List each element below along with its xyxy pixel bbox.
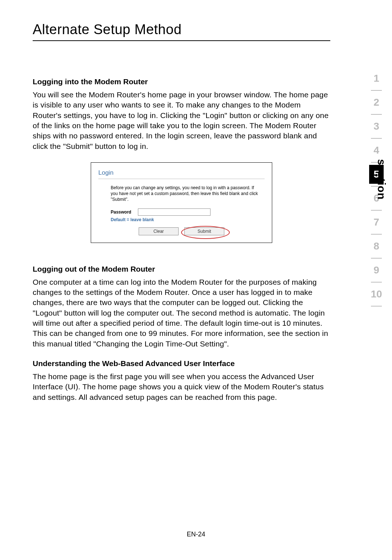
section-tab-4[interactable]: 4 <box>369 141 384 160</box>
paragraph-ui: The home page is the first page you will… <box>33 372 330 402</box>
page-number: EN-24 <box>0 531 392 538</box>
tab-separator <box>371 138 382 139</box>
password-input[interactable] <box>138 208 211 216</box>
page-title: Alternate Setup Method <box>33 22 359 40</box>
paragraph-logout: One computer at a time can log into the … <box>33 277 330 349</box>
section-tab-7[interactable]: 7 <box>369 213 384 232</box>
login-panel-title: Login <box>98 169 265 176</box>
login-panel-rule <box>98 179 265 179</box>
section-vertical-label: section <box>375 159 388 200</box>
heading-login: Logging into the Modem Router <box>33 77 330 86</box>
section-tab-9[interactable]: 9 <box>369 261 384 280</box>
login-screenshot: Login Before you can change any settings… <box>91 162 272 243</box>
content-column: Logging into the Modem Router You will s… <box>33 77 330 402</box>
section-tab-1[interactable]: 1 <box>369 69 384 88</box>
title-rule <box>33 40 330 41</box>
section-tab-10[interactable]: 10 <box>369 285 384 304</box>
tab-separator <box>371 114 382 115</box>
heading-ui: Understanding the Web-Based Advanced Use… <box>33 359 330 368</box>
section-tab-8[interactable]: 8 <box>369 237 384 256</box>
paragraph-login: You will see the Modem Router's home pag… <box>33 90 330 151</box>
tab-separator <box>371 306 382 307</box>
login-panel-desc: Before you can change any settings, you … <box>98 185 265 203</box>
password-row: Password <box>98 208 265 216</box>
tab-separator <box>371 210 382 211</box>
heading-logout: Logging out of the Modem Router <box>33 265 330 273</box>
password-hint: Default = leave blank <box>98 217 265 222</box>
clear-button[interactable]: Clear <box>139 227 179 235</box>
tab-separator <box>371 234 382 235</box>
tab-separator <box>371 282 382 283</box>
section-tab-3[interactable]: 3 <box>369 117 384 136</box>
section-tab-2[interactable]: 2 <box>369 93 384 112</box>
tab-separator <box>371 90 382 91</box>
submit-button[interactable]: Submit <box>184 227 224 235</box>
password-label: Password <box>111 210 131 215</box>
login-buttons: Clear Submit <box>98 227 265 235</box>
tab-separator <box>371 258 382 259</box>
